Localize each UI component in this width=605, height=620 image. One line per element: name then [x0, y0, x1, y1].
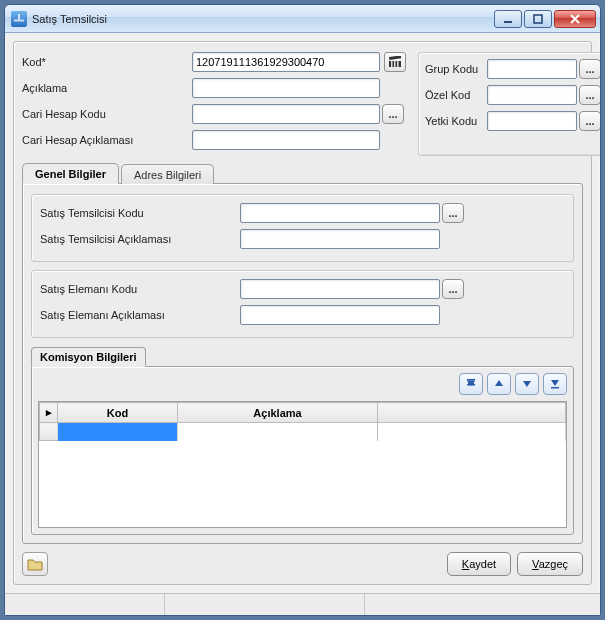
komisyon-grid-area: ▸ Kod Açıklama	[31, 366, 574, 535]
grid-next-button[interactable]	[515, 373, 539, 395]
cari-hesap-kodu-lookup[interactable]: ...	[382, 104, 404, 124]
grid-prev-button[interactable]	[487, 373, 511, 395]
satis-elemani-kodu-input[interactable]	[240, 279, 440, 299]
content-area: Kod* Açıklama Ca	[5, 33, 600, 593]
satis-temsilcisi-kodu-lookup[interactable]: ...	[442, 203, 464, 223]
tab-bar: Genel Bilgiler Adres Bilgileri	[22, 162, 583, 183]
kod-generate-button[interactable]	[384, 52, 406, 72]
svg-marker-11	[551, 380, 559, 386]
grid-last-button[interactable]	[543, 373, 567, 395]
ozel-kod-input[interactable]	[487, 85, 577, 105]
satis-elemani-aciklamasi-label: Satış Elemanı Açıklaması	[40, 309, 240, 321]
grup-kodu-label: Grup Kodu	[425, 63, 487, 75]
satis-temsilcisi-kodu-label: Satış Temsilcisi Kodu	[40, 207, 240, 219]
grid-cell-aciklama[interactable]	[178, 423, 378, 441]
vazgec-button[interactable]: Vazgeç	[517, 552, 583, 576]
cari-hesap-aciklamasi-label: Cari Hesap Açıklaması	[22, 134, 192, 146]
status-bar	[5, 593, 600, 615]
svg-marker-10	[523, 381, 531, 387]
grup-kodu-input[interactable]	[487, 59, 577, 79]
svg-rect-6	[397, 61, 399, 67]
svg-rect-3	[389, 56, 401, 60]
top-left-fields: Kod* Açıklama Ca	[22, 52, 406, 156]
app-icon	[11, 11, 27, 27]
satis-elemani-group: Satış Elemanı Kodu ... Satış Elemanı Açı…	[31, 270, 574, 338]
main-panel: Kod* Açıklama Ca	[13, 41, 592, 585]
ozel-kod-lookup[interactable]: ...	[579, 85, 601, 105]
svg-rect-4	[391, 61, 393, 67]
satis-temsilcisi-group: Satış Temsilcisi Kodu ... Satış Temsilci…	[31, 194, 574, 262]
ellipsis-icon: ...	[585, 115, 594, 127]
aciklama-label: Açıklama	[22, 82, 192, 94]
status-cell-2	[165, 594, 365, 615]
cari-hesap-kodu-input[interactable]	[192, 104, 380, 124]
tab-genel-bilgiler[interactable]: Genel Bilgiler	[22, 163, 119, 184]
satis-temsilcisi-aciklamasi-label: Satış Temsilcisi Açıklaması	[40, 233, 240, 245]
svg-rect-12	[551, 387, 559, 389]
satis-temsilcisi-aciklamasi-input[interactable]	[240, 229, 440, 249]
ellipsis-icon: ...	[448, 207, 457, 219]
clapper-icon	[388, 56, 402, 68]
ellipsis-icon: ...	[388, 108, 397, 120]
grup-kodu-lookup[interactable]: ...	[579, 59, 601, 79]
minimize-button[interactable]	[494, 10, 522, 28]
tab-adres-bilgileri[interactable]: Adres Bilgileri	[121, 164, 214, 184]
top-right-kod-panel: Grup Kodu ... Özel Kod ... Yetki Kodu ..…	[418, 52, 601, 156]
go-prev-icon	[492, 377, 506, 391]
svg-rect-7	[467, 379, 475, 381]
grid-col-aciklama[interactable]: Açıklama	[178, 403, 378, 423]
aciklama-input[interactable]	[192, 78, 380, 98]
grid-col-kod[interactable]: Kod	[58, 403, 178, 423]
grid-first-button[interactable]	[459, 373, 483, 395]
yetki-kodu-lookup[interactable]: ...	[579, 111, 601, 131]
yetki-kodu-input[interactable]	[487, 111, 577, 131]
satis-elemani-kodu-label: Satış Elemanı Kodu	[40, 283, 240, 295]
svg-rect-0	[504, 21, 512, 23]
ellipsis-icon: ...	[585, 63, 594, 75]
satis-elemani-aciklamasi-input[interactable]	[240, 305, 440, 325]
grid-cell-kod[interactable]	[58, 423, 178, 441]
close-button[interactable]	[554, 10, 596, 28]
ozel-kod-label: Özel Kod	[425, 89, 487, 101]
titlebar[interactable]: Satış Temsilcisi	[5, 5, 600, 33]
svg-rect-1	[534, 15, 542, 23]
ellipsis-icon: ...	[448, 283, 457, 295]
komisyon-grid[interactable]: ▸ Kod Açıklama	[38, 401, 567, 528]
yetki-kodu-label: Yetki Kodu	[425, 115, 487, 127]
kod-label: Kod*	[22, 56, 192, 68]
cari-hesap-kodu-label: Cari Hesap Kodu	[22, 108, 192, 120]
go-last-icon	[548, 377, 562, 391]
komisyon-bilgileri-tab[interactable]: Komisyon Bilgileri	[31, 347, 146, 367]
kod-input[interactable]	[192, 52, 380, 72]
kaydet-button[interactable]: Kaydet	[447, 552, 511, 576]
status-cell-3	[365, 594, 600, 615]
folder-icon	[27, 557, 43, 571]
window-title: Satış Temsilcisi	[32, 13, 494, 25]
go-next-icon	[520, 377, 534, 391]
table-row[interactable]	[40, 423, 566, 441]
grid-corner[interactable]: ▸	[40, 403, 58, 423]
grid-col-empty	[378, 403, 566, 423]
maximize-button[interactable]	[524, 10, 552, 28]
status-cell-1	[5, 594, 165, 615]
go-first-icon	[464, 377, 478, 391]
svg-marker-9	[495, 380, 503, 386]
tab-panel-genel: Satış Temsilcisi Kodu ... Satış Temsilci…	[22, 183, 583, 544]
satis-elemani-kodu-lookup[interactable]: ...	[442, 279, 464, 299]
attachments-button[interactable]	[22, 552, 48, 576]
svg-rect-5	[394, 61, 396, 67]
ellipsis-icon: ...	[585, 89, 594, 101]
app-window: Satış Temsilcisi Kod*	[4, 4, 601, 616]
satis-temsilcisi-kodu-input[interactable]	[240, 203, 440, 223]
footer-bar: Kaydet Vazgeç	[22, 552, 583, 576]
cari-hesap-aciklamasi-input[interactable]	[192, 130, 380, 150]
